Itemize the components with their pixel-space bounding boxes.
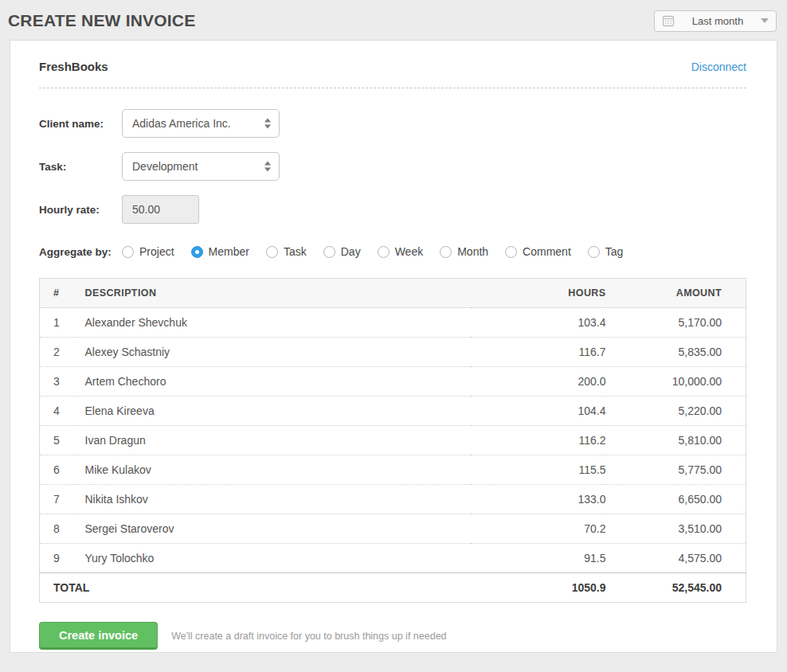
radio-icon bbox=[323, 246, 335, 258]
task-row: Task: Development bbox=[39, 152, 746, 181]
row-num: 7 bbox=[40, 485, 73, 514]
service-name: FreshBooks bbox=[39, 60, 108, 73]
period-dropdown[interactable]: Last month bbox=[654, 10, 777, 32]
row-description: Nikita Ishkov bbox=[73, 485, 471, 514]
radio-icon bbox=[191, 246, 203, 258]
row-hours: 115.5 bbox=[471, 455, 606, 485]
aggregate-option-label: Comment bbox=[523, 245, 571, 258]
row-description: Sergei Staroverov bbox=[73, 514, 471, 544]
card-footer: Create invoice We'll create a draft invo… bbox=[39, 622, 746, 650]
task-value: Development bbox=[132, 160, 198, 173]
table-row: 5Ivan Dragun116.25,810.00 bbox=[40, 426, 746, 455]
row-num: 8 bbox=[40, 514, 73, 544]
row-hours: 70.2 bbox=[471, 514, 606, 544]
table-row: 3Artem Chechoro200.010,000.00 bbox=[40, 367, 746, 397]
client-name-value: Adidas America Inc. bbox=[132, 117, 231, 130]
row-description: Ivan Dragun bbox=[73, 426, 471, 455]
aggregate-option-week[interactable]: Week bbox=[378, 245, 424, 258]
header-amount: AMOUNT bbox=[606, 279, 746, 308]
row-hours: 116.7 bbox=[471, 338, 606, 367]
aggregate-option-day[interactable]: Day bbox=[323, 245, 361, 258]
row-hours: 103.4 bbox=[471, 308, 606, 338]
row-num: 6 bbox=[40, 455, 73, 485]
total-row: TOTAL 1050.9 52,545.00 bbox=[40, 573, 746, 603]
row-description: Elena Kireeva bbox=[73, 397, 471, 426]
aggregate-option-project[interactable]: Project bbox=[122, 245, 174, 258]
header-description: DESCRIPTION bbox=[73, 279, 471, 308]
aggregate-option-label: Month bbox=[457, 245, 488, 258]
chevron-down-icon bbox=[761, 18, 769, 23]
aggregate-options: ProjectMemberTaskDayWeekMonthCommentTag bbox=[122, 245, 640, 258]
row-description: Mike Kulakov bbox=[73, 455, 471, 485]
radio-icon bbox=[266, 246, 278, 258]
aggregate-option-label: Task bbox=[284, 245, 307, 258]
aggregate-option-label: Week bbox=[395, 245, 424, 258]
radio-icon bbox=[440, 246, 452, 258]
aggregate-option-label: Tag bbox=[605, 245, 624, 258]
row-amount: 10,000.00 bbox=[606, 367, 746, 397]
radio-icon bbox=[588, 246, 600, 258]
invoice-form: Client name: Adidas America Inc. Task: D… bbox=[39, 109, 746, 650]
row-amount: 5,810.00 bbox=[606, 426, 746, 455]
row-num: 3 bbox=[40, 367, 73, 397]
aggregate-option-label: Project bbox=[139, 245, 174, 258]
row-description: Artem Chechoro bbox=[73, 367, 471, 397]
row-hours: 104.4 bbox=[471, 397, 606, 426]
disconnect-link[interactable]: Disconnect bbox=[691, 61, 746, 73]
row-description: Alexey Schastniy bbox=[73, 338, 471, 367]
row-hours: 116.2 bbox=[471, 426, 606, 455]
select-arrows-icon bbox=[264, 119, 271, 129]
total-hours: 1050.9 bbox=[471, 573, 606, 603]
aggregate-option-month[interactable]: Month bbox=[440, 245, 488, 258]
row-num: 5 bbox=[40, 426, 73, 455]
hourly-rate-label: Hourly rate: bbox=[39, 204, 122, 216]
task-select[interactable]: Development bbox=[122, 152, 280, 181]
client-name-label: Client name: bbox=[39, 118, 122, 130]
calendar-icon bbox=[662, 14, 675, 27]
aggregate-option-label: Day bbox=[341, 245, 361, 258]
row-amount: 3,510.00 bbox=[606, 514, 746, 544]
page-title: CREATE NEW INVOICE bbox=[8, 11, 195, 30]
aggregate-option-tag[interactable]: Tag bbox=[588, 245, 624, 258]
table-row: 2Alexey Schastniy116.75,835.00 bbox=[40, 338, 746, 367]
task-label: Task: bbox=[39, 161, 122, 173]
invoice-card: FreshBooks Disconnect Client name: Adida… bbox=[10, 40, 777, 653]
row-description: Alexander Shevchuk bbox=[73, 308, 471, 338]
row-amount: 5,835.00 bbox=[606, 338, 746, 367]
row-amount: 4,575.00 bbox=[606, 544, 746, 573]
row-amount: 5,170.00 bbox=[606, 308, 746, 338]
row-num: 4 bbox=[40, 397, 73, 426]
aggregate-option-label: Member bbox=[209, 245, 249, 258]
client-name-select[interactable]: Adidas America Inc. bbox=[122, 109, 280, 138]
connection-header: FreshBooks Disconnect bbox=[39, 60, 746, 88]
table-row: 8Sergei Staroverov70.23,510.00 bbox=[40, 514, 746, 544]
table-row: 6Mike Kulakov115.55,775.00 bbox=[40, 455, 746, 485]
row-hours: 91.5 bbox=[471, 544, 606, 573]
table-header-row: # DESCRIPTION HOURS AMOUNT bbox=[40, 279, 746, 308]
select-arrows-icon bbox=[264, 162, 271, 172]
row-num: 1 bbox=[40, 308, 73, 338]
aggregate-option-member[interactable]: Member bbox=[191, 245, 249, 258]
create-invoice-helper-text: We'll create a draft invoice for you to … bbox=[171, 631, 446, 642]
aggregate-by-row: Aggregate by: ProjectMemberTaskDayWeekMo… bbox=[39, 245, 746, 258]
row-description: Yury Tolochko bbox=[73, 544, 471, 573]
radio-icon bbox=[122, 246, 134, 258]
aggregate-option-comment[interactable]: Comment bbox=[505, 245, 571, 258]
hourly-rate-row: Hourly rate: bbox=[39, 195, 746, 224]
radio-icon bbox=[505, 246, 517, 258]
create-invoice-button[interactable]: Create invoice bbox=[39, 622, 158, 650]
row-num: 9 bbox=[40, 544, 73, 573]
header-hours: HOURS bbox=[471, 279, 606, 308]
hourly-rate-input[interactable] bbox=[122, 195, 199, 224]
table-row: 1Alexander Shevchuk103.45,170.00 bbox=[40, 308, 746, 338]
aggregate-option-task[interactable]: Task bbox=[266, 245, 307, 258]
row-num: 2 bbox=[40, 338, 73, 367]
table-row: 7Nikita Ishkov133.06,650.00 bbox=[40, 485, 746, 514]
row-amount: 5,220.00 bbox=[606, 397, 746, 426]
table-row: 4Elena Kireeva104.45,220.00 bbox=[40, 397, 746, 426]
client-name-row: Client name: Adidas America Inc. bbox=[39, 109, 746, 138]
header-num: # bbox=[40, 279, 73, 308]
aggregate-by-label: Aggregate by: bbox=[39, 246, 122, 258]
invoice-table: # DESCRIPTION HOURS AMOUNT 1Alexander Sh… bbox=[39, 278, 746, 603]
top-bar: CREATE NEW INVOICE Last month bbox=[0, 0, 787, 40]
